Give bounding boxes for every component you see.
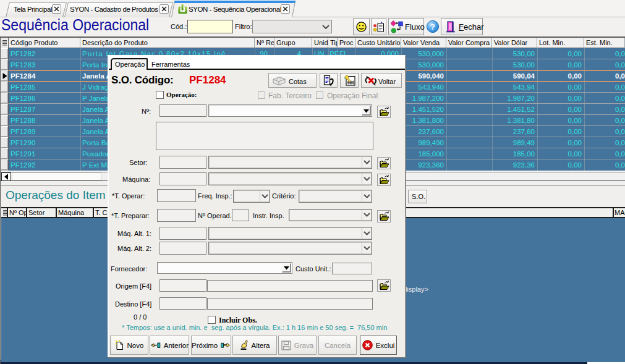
svg-text:?: ? [430, 22, 435, 32]
